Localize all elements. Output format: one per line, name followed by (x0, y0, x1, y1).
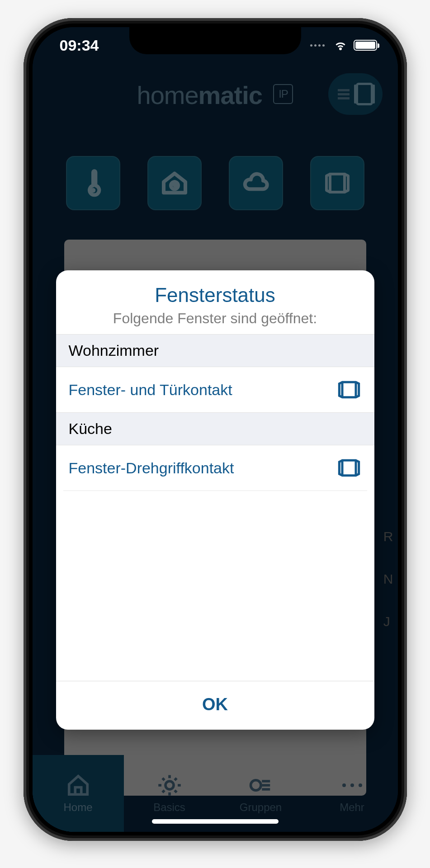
status-time: 09:34 (60, 37, 99, 54)
signal-dots-icon (310, 44, 325, 47)
battery-icon (354, 40, 377, 51)
list-item[interactable]: Fenster- und Türkontakt (56, 367, 374, 412)
notch (129, 27, 301, 54)
dialog-title: Fensterstatus (67, 284, 364, 307)
dialog-subtitle: Folgende Fenster sind geöffnet: (67, 310, 364, 327)
screen: 09:34 homematic IP (33, 27, 398, 832)
home-indicator[interactable] (152, 819, 279, 824)
item-label: Fenster-Drehgriffkontakt (69, 459, 234, 477)
window-open-icon (336, 381, 362, 399)
dialog-header: Fensterstatus Folgende Fenster sind geöf… (56, 270, 374, 334)
dialog-spacer (56, 491, 374, 681)
status-right (310, 39, 377, 51)
ok-button[interactable]: OK (56, 681, 374, 730)
list-item[interactable]: Fenster-Drehgriffkontakt (56, 445, 374, 491)
device-frame: 09:34 homematic IP (24, 18, 407, 841)
window-open-icon (336, 459, 362, 477)
wifi-icon (333, 39, 348, 51)
section-header-kueche: Küche (56, 412, 374, 445)
section-header-wohnzimmer: Wohnzimmer (56, 334, 374, 367)
window-status-dialog: Fensterstatus Folgende Fenster sind geöf… (56, 270, 374, 730)
item-label: Fenster- und Türkontakt (69, 381, 232, 399)
